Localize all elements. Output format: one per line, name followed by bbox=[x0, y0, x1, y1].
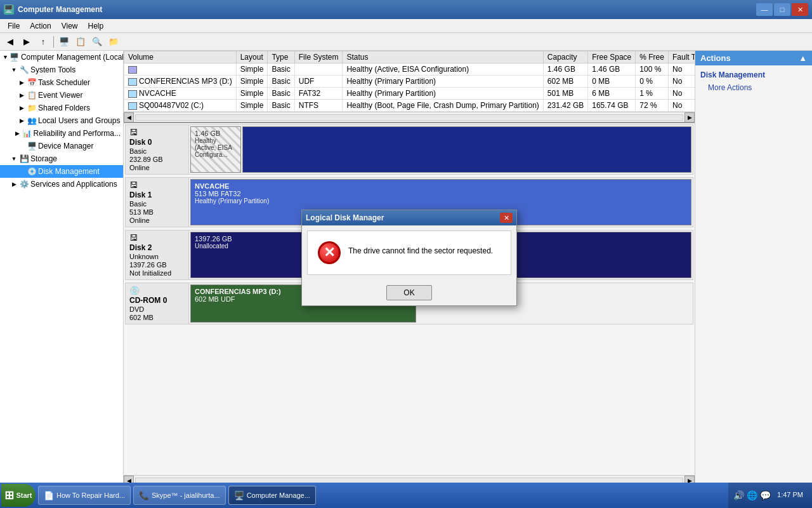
table-row[interactable]: Simple Basic Healthy (Active, EISA Confi… bbox=[124, 64, 695, 76]
col-free[interactable]: Free Space bbox=[588, 51, 636, 64]
menu-action[interactable]: Action bbox=[25, 20, 56, 32]
actions-collapse-icon[interactable]: ▲ bbox=[799, 53, 807, 63]
tray-icon-2[interactable]: 🌐 bbox=[747, 490, 757, 500]
toolbar: ◀ ▶ ↑ 🖥️ 📋 🔍 📁 bbox=[0, 33, 812, 51]
tree-arrow-computer[interactable]: ▼ bbox=[3, 53, 8, 61]
toolbar-search[interactable]: 🔍 bbox=[89, 35, 105, 49]
menu-file[interactable]: File bbox=[3, 20, 25, 32]
tree-item-diskmgmt[interactable]: ▶ 💿 Disk Management bbox=[0, 165, 123, 178]
disk-1-name: Disk 1 bbox=[129, 190, 185, 199]
dialog-ok-button[interactable]: OK bbox=[386, 285, 432, 300]
col-type[interactable]: Type bbox=[268, 51, 294, 64]
clock-time: 1:47 PM bbox=[777, 490, 803, 500]
start-orb: ⊞ bbox=[4, 488, 14, 502]
toolbar-computer[interactable]: 🖥️ bbox=[56, 35, 72, 49]
tree-arrow-sharedfolders[interactable]: ▶ bbox=[18, 104, 25, 112]
tree-label-storage: Storage bbox=[30, 154, 57, 163]
maximize-button[interactable]: □ bbox=[774, 3, 790, 16]
cell-status: Healthy (Primary Partition) bbox=[343, 76, 543, 88]
disk-row-0: 🖫 Disk 0 Basic 232.89 GB Online 1.46 GB … bbox=[125, 124, 693, 175]
disk-0-type: Basic bbox=[129, 147, 185, 155]
tree-item-computer[interactable]: ▼ 🖥️ Computer Management (Local bbox=[0, 51, 123, 64]
col-pctfree[interactable]: % Free bbox=[636, 51, 669, 64]
disk-0-status: Online bbox=[129, 164, 185, 171]
dialog-title-text: Logical Disk Manager bbox=[306, 213, 384, 222]
localusers-icon: 👥 bbox=[27, 116, 37, 126]
disk-2-icon: 🖫 bbox=[129, 233, 185, 243]
taskbar-item-skype[interactable]: 📞 Skype™ - jaialihurta... bbox=[133, 486, 226, 505]
col-layout[interactable]: Layout bbox=[236, 51, 268, 64]
tree-item-localusers[interactable]: ▶ 👥 Local Users and Groups bbox=[0, 114, 123, 127]
tree-item-storage[interactable]: ▼ 💾 Storage bbox=[0, 152, 123, 165]
table-row[interactable]: SQ004487V02 (C:) Simple Basic NTFS Healt… bbox=[124, 100, 695, 112]
tree-item-sharedfolders[interactable]: ▶ 📁 Shared Folders bbox=[0, 102, 123, 114]
tree-arrow-localusers[interactable]: ▶ bbox=[18, 117, 25, 124]
tree-item-eventviewer[interactable]: ▶ 📋 Event Viewer bbox=[0, 89, 123, 102]
actions-header: Actions ▲ bbox=[695, 51, 812, 65]
dialog-content: ✕ The drive cannot find the sector reque… bbox=[307, 231, 511, 275]
col-capacity[interactable]: Capacity bbox=[543, 51, 587, 64]
toolbar-up[interactable]: ↑ bbox=[36, 35, 51, 49]
toolbar-back[interactable]: ◀ bbox=[3, 35, 18, 49]
cell-pctfree: 1 % bbox=[636, 88, 669, 100]
tree-label-computer: Computer Management (Local bbox=[21, 53, 124, 62]
tree-item-servicesapps[interactable]: ▶ ⚙️ Services and Applications bbox=[0, 178, 123, 190]
cell-pctfree: 72 % bbox=[636, 100, 669, 112]
tree-item-taskscheduler[interactable]: ▶ 📅 Task Scheduler bbox=[0, 76, 123, 89]
actions-disk-mgmt-label[interactable]: Disk Management bbox=[695, 68, 812, 82]
menu-view[interactable]: View bbox=[56, 20, 83, 32]
disk-2-size: 1397.26 GB bbox=[129, 261, 185, 269]
system-tray: 🔊 🌐 💬 1:47 PM bbox=[728, 483, 812, 508]
tree-arrow-eventviewer[interactable]: ▶ bbox=[18, 91, 25, 99]
cell-fs: FAT32 bbox=[294, 88, 343, 100]
toolbar-list[interactable]: 📋 bbox=[73, 35, 88, 49]
tree-arrow-servicesapps[interactable]: ▶ bbox=[10, 180, 18, 188]
tree-arrow-reliability[interactable]: ▶ bbox=[15, 130, 21, 137]
partition-block[interactable] bbox=[242, 126, 691, 173]
cell-fs: UDF bbox=[294, 76, 343, 88]
computermgmt-icon: 🖥️ bbox=[234, 490, 244, 500]
taskbar-repair-label: How To Repair Hard... bbox=[56, 491, 125, 499]
taskscheduler-icon: 📅 bbox=[27, 77, 37, 88]
actions-more-actions[interactable]: More Actions bbox=[695, 82, 812, 93]
tree-label-systemtools: System Tools bbox=[30, 65, 75, 74]
tree-arrow-storage[interactable]: ▼ bbox=[10, 155, 18, 163]
close-button[interactable]: ✕ bbox=[792, 3, 808, 16]
tree-arrow-taskscheduler[interactable]: ▶ bbox=[18, 79, 25, 86]
systemtools-icon: 🔧 bbox=[19, 65, 29, 75]
toolbar-forward[interactable]: ▶ bbox=[19, 35, 34, 49]
tree-label-servicesapps: Services and Applications bbox=[30, 180, 117, 189]
taskbar-item-repair[interactable]: 📄 How To Repair Hard... bbox=[38, 486, 131, 505]
taskbar-computermgmt-label: Computer Manage... bbox=[247, 491, 310, 499]
col-fs[interactable]: File System bbox=[294, 51, 343, 64]
app-icon: 🖥️ bbox=[4, 4, 14, 15]
partition-block[interactable]: 1.46 GB Healthy (Active, EISA Configura.… bbox=[190, 126, 241, 173]
tree-item-reliability[interactable]: ▶ 📊 Reliability and Performa... bbox=[0, 127, 123, 140]
tree-item-systemtools[interactable]: ▼ 🔧 System Tools bbox=[0, 64, 123, 76]
cell-fs: NTFS bbox=[294, 100, 343, 112]
scroll-left-btn[interactable]: ◀ bbox=[124, 112, 134, 123]
cell-free: 165.74 GB bbox=[588, 100, 636, 112]
table-hscroll[interactable]: ◀ ▶ bbox=[124, 112, 695, 122]
cell-volume: NVCACHE bbox=[124, 88, 237, 100]
disk-0-size: 232.89 GB bbox=[129, 156, 185, 163]
minimize-button[interactable]: — bbox=[756, 3, 773, 16]
col-status[interactable]: Status bbox=[343, 51, 543, 64]
table-row[interactable]: CONFERENCIAS MP3 (D:) Simple Basic UDF H… bbox=[124, 76, 695, 88]
menu-help[interactable]: Help bbox=[83, 20, 109, 32]
title-bar-text: Computer Management bbox=[18, 5, 102, 14]
col-volume[interactable]: Volume bbox=[124, 51, 237, 64]
tray-icon-3[interactable]: 💬 bbox=[760, 490, 771, 500]
cell-fault: No bbox=[668, 100, 695, 112]
tray-icon-1[interactable]: 🔊 bbox=[733, 490, 744, 500]
start-button[interactable]: ⊞ Start bbox=[1, 484, 36, 507]
dialog-close-button[interactable]: ✕ bbox=[500, 213, 513, 223]
tree-arrow-systemtools[interactable]: ▼ bbox=[10, 66, 18, 74]
tree-item-devicemgr[interactable]: ▶ 🖥️ Device Manager bbox=[0, 140, 123, 152]
toolbar-folder[interactable]: 📁 bbox=[106, 35, 121, 49]
taskbar: ⊞ Start 📄 How To Repair Hard... 📞 Skype™… bbox=[0, 483, 812, 508]
scroll-right-btn[interactable]: ▶ bbox=[684, 112, 695, 123]
taskbar-item-computer-mgmt[interactable]: 🖥️ Computer Manage... bbox=[228, 486, 316, 505]
col-fault[interactable]: Fault Toleran... bbox=[668, 51, 695, 64]
table-row[interactable]: NVCACHE Simple Basic FAT32 Healthy (Prim… bbox=[124, 88, 695, 100]
